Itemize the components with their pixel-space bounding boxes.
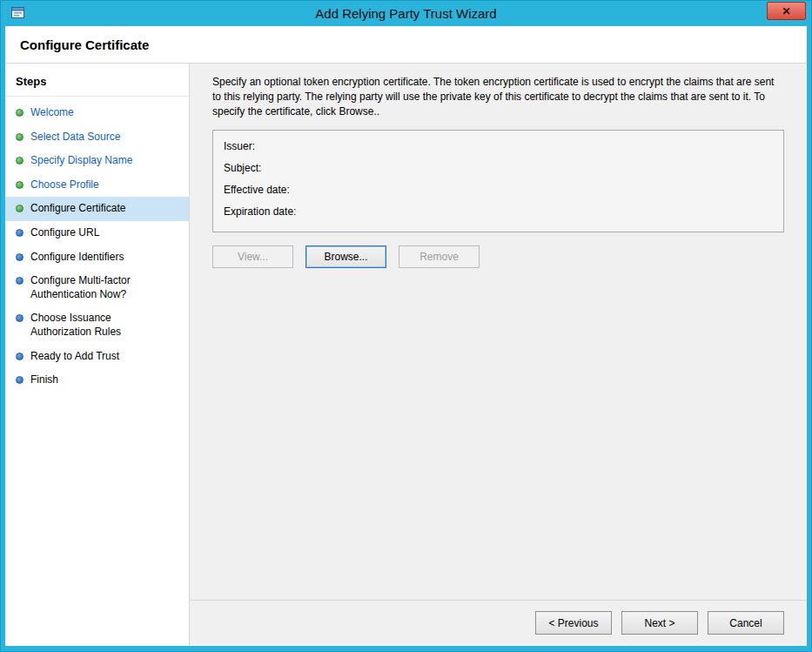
step-label: Choose Profile (30, 178, 99, 192)
steps-sidebar: Steps WelcomeSelect Data SourceSpecify D… (5, 64, 190, 646)
step-item-choose-profile[interactable]: Choose Profile (5, 173, 189, 198)
step-status-icon (16, 376, 23, 384)
close-icon: ✕ (782, 5, 790, 17)
wizard-window: Add Relying Party Trust Wizard ✕ Configu… (0, 0, 812, 652)
view-button: View... (212, 245, 293, 268)
remove-button: Remove (399, 245, 480, 268)
certificate-field-label: Subject: (224, 158, 773, 179)
step-item-specify-display-name[interactable]: Specify Display Name (5, 149, 189, 173)
certificate-actions: View... Browse... Remove (212, 245, 784, 268)
step-item-choose-issuance-authorization-rules: Choose Issuance Authorization Rules (5, 306, 189, 344)
step-label: Configure URL (30, 226, 99, 240)
cancel-button[interactable]: Cancel (708, 611, 784, 635)
step-label: Welcome (30, 106, 74, 120)
step-item-ready-to-add-trust: Ready to Add Trust (5, 345, 189, 369)
step-label: Configure Certificate (30, 202, 125, 216)
step-status-icon (16, 253, 23, 261)
wizard-app-icon (10, 5, 26, 21)
step-status-icon (16, 314, 23, 322)
previous-button[interactable]: < Previous (535, 611, 612, 635)
steps-heading: Steps (5, 71, 189, 97)
steps-list: WelcomeSelect Data SourceSpecify Display… (5, 101, 189, 393)
step-label: Configure Multi-factor Authentication No… (30, 274, 161, 301)
wizard-columns: Steps WelcomeSelect Data SourceSpecify D… (5, 64, 807, 646)
window-titlebar: Add Relying Party Trust Wizard ✕ (5, 1, 807, 26)
certificate-field-label: Effective date: (224, 179, 773, 201)
step-label: Finish (30, 373, 58, 387)
certificate-field-label: Expiration date: (224, 201, 773, 223)
step-label: Specify Display Name (30, 154, 132, 168)
wizard-footer: < Previous Next > Cancel (190, 600, 807, 646)
step-item-configure-certificate: Configure Certificate (5, 197, 189, 221)
step-label: Select Data Source (30, 131, 120, 145)
browse-button[interactable]: Browse... (305, 245, 386, 268)
step-status-icon (16, 353, 23, 360)
page-title: Configure Certificate (5, 26, 807, 64)
certificate-field-label: Issuer: (224, 136, 773, 158)
step-item-configure-url: Configure URL (5, 221, 189, 245)
window-body: Configure Certificate Steps WelcomeSelec… (5, 26, 807, 646)
description-text: Specify an optional token encryption cer… (212, 75, 784, 119)
step-status-icon (16, 109, 23, 117)
step-status-icon (16, 181, 23, 189)
step-item-finish: Finish (5, 368, 189, 393)
step-status-icon (16, 277, 23, 285)
step-label: Choose Issuance Authorization Rules (30, 312, 161, 339)
close-button[interactable]: ✕ (767, 2, 806, 20)
step-label: Ready to Add Trust (30, 350, 119, 364)
step-status-icon (16, 205, 23, 212)
step-item-configure-identifiers: Configure Identifiers (5, 245, 189, 270)
step-status-icon (16, 133, 23, 141)
step-status-icon (16, 157, 23, 165)
window-title: Add Relying Party Trust Wizard (5, 6, 807, 21)
step-item-welcome[interactable]: Welcome (5, 101, 189, 125)
next-button[interactable]: Next > (621, 611, 698, 635)
step-status-icon (16, 229, 23, 237)
wizard-content: Specify an optional token encryption cer… (190, 64, 807, 646)
certificate-summary-box: Issuer:Subject:Effective date:Expiration… (212, 130, 784, 232)
step-label: Configure Identifiers (30, 251, 124, 265)
step-item-configure-multi-factor-authentication-now-: Configure Multi-factor Authentication No… (5, 269, 189, 306)
step-item-select-data-source[interactable]: Select Data Source (5, 125, 189, 150)
